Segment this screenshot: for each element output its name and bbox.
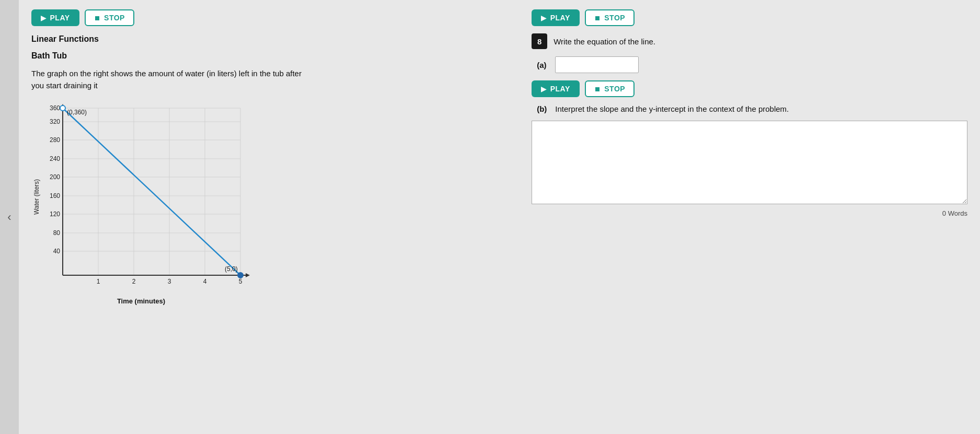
x-axis-label: Time (minutes) (31, 297, 251, 305)
interpret-section: 0 Words (532, 121, 967, 217)
right-play-button[interactable]: PLAY (532, 9, 580, 26)
word-count: 0 Words (532, 209, 967, 217)
part-b-row: (b) Interpret the slope and the y-interc… (537, 104, 967, 113)
svg-text:200: 200 (50, 173, 60, 181)
back-arrow[interactable]: ‹ (0, 0, 19, 434)
svg-point-34 (238, 273, 243, 278)
point-end-label: (5,0) (225, 265, 238, 273)
svg-text:320: 320 (50, 118, 60, 125)
section-subtitle: Bath Tub (31, 51, 511, 61)
svg-text:1: 1 (97, 278, 100, 285)
right-stop-icon (594, 14, 601, 22)
left-play-button[interactable]: PLAY (31, 9, 79, 26)
svg-text:2: 2 (132, 278, 136, 285)
left-panel: PLAY STOP Linear Functions Bath Tub The … (31, 9, 511, 425)
graph-svg: 360 320 280 240 200 160 120 80 40 1 2 3 … (31, 103, 251, 296)
svg-text:280: 280 (50, 136, 60, 144)
stop-icon (94, 14, 101, 22)
right-stop2-button[interactable]: STOP (585, 80, 635, 97)
svg-marker-16 (246, 273, 250, 277)
answer-input-a[interactable] (555, 56, 639, 73)
point-start-label: (0,360) (67, 109, 87, 116)
graph-container: 360 320 280 240 200 160 120 80 40 1 2 3 … (31, 103, 251, 305)
part-a-label: (a) (537, 61, 546, 69)
y-axis-label: Water (liters) (33, 179, 40, 215)
svg-line-32 (63, 108, 240, 275)
problem-text: The graph on the right shows the amount … (31, 68, 511, 91)
svg-text:3: 3 (168, 278, 171, 285)
part-b-instruction: Interpret the slope and the y-intercept … (555, 104, 789, 113)
interpret-textarea[interactable] (532, 121, 967, 204)
right-play-icon (541, 14, 547, 22)
left-top-controls: PLAY STOP (31, 9, 511, 26)
section-title: Linear Functions (31, 34, 511, 44)
right-panel: PLAY STOP 8 Write the equation of the li… (532, 9, 967, 425)
svg-text:160: 160 (50, 192, 60, 200)
question-row: 8 Write the equation of the line. (532, 33, 967, 49)
part-a-row: (a) (537, 56, 967, 73)
left-stop-button[interactable]: STOP (85, 9, 134, 26)
question-number-badge: 8 (532, 33, 547, 49)
svg-text:80: 80 (53, 229, 61, 237)
right-stop-button[interactable]: STOP (585, 9, 635, 26)
svg-text:4: 4 (203, 278, 207, 285)
right-play2-icon (541, 85, 547, 93)
right-play2-button[interactable]: PLAY (532, 80, 580, 97)
part-b-label: (b) (537, 104, 547, 113)
play-icon (41, 14, 47, 22)
right-middle-controls: PLAY STOP (532, 80, 967, 97)
right-stop2-icon (594, 85, 601, 93)
svg-text:240: 240 (50, 155, 60, 162)
right-top-controls: PLAY STOP (532, 9, 967, 26)
svg-text:5: 5 (239, 278, 243, 285)
svg-point-33 (60, 105, 65, 111)
question-instruction: Write the equation of the line. (554, 37, 655, 46)
svg-text:40: 40 (53, 248, 61, 255)
svg-text:360: 360 (50, 104, 60, 112)
svg-text:120: 120 (50, 210, 60, 218)
